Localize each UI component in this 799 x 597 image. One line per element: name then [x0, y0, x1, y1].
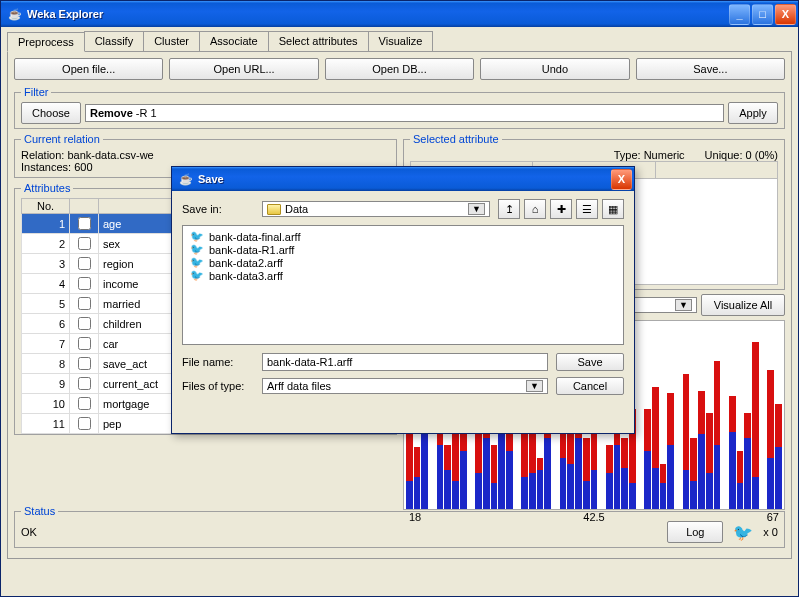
attr-checkbox[interactable] [78, 257, 91, 270]
list-icon: ☰ [582, 203, 592, 216]
action-button-row: Open file... Open URL... Open DB... Undo… [14, 58, 785, 80]
attr-checkbox-cell [70, 334, 99, 354]
histogram-bar [744, 413, 751, 509]
tab-preprocess[interactable]: Preprocess [7, 32, 85, 52]
dialog-save-button[interactable]: Save [556, 353, 624, 371]
attr-checkbox[interactable] [78, 237, 91, 250]
attr-checkbox[interactable] [78, 317, 91, 330]
histogram-bar [729, 396, 736, 509]
histogram-bar [475, 434, 482, 509]
save-dialog: ☕ Save X Save in: Data ▼ ↥ ⌂ ✚ ☰ ▦ [171, 166, 635, 434]
details-icon: ▦ [608, 203, 618, 216]
filter-apply-button[interactable]: Apply [728, 102, 778, 124]
maximize-button[interactable]: □ [752, 4, 773, 25]
histogram-bar [714, 361, 721, 509]
attr-checkbox-cell [70, 294, 99, 314]
tab-visualize[interactable]: Visualize [368, 31, 434, 51]
up-folder-icon: ↥ [505, 203, 514, 216]
open-db-button[interactable]: Open DB... [325, 58, 474, 80]
status-text: OK [21, 526, 657, 538]
histogram-bar [737, 451, 744, 509]
attr-checkbox-cell [70, 274, 99, 294]
file-item[interactable]: 🐦bank-data-final.arff [187, 230, 619, 243]
attr-type: Numeric [644, 149, 685, 161]
histogram-bar [690, 438, 697, 509]
file-item[interactable]: 🐦bank-data-R1.arff [187, 243, 619, 256]
filter-expression[interactable]: Remove -R 1 [85, 104, 724, 122]
attr-no: 3 [22, 254, 70, 274]
new-folder-button[interactable]: ✚ [550, 199, 572, 219]
histogram-bar [660, 464, 667, 509]
histogram-bar [414, 447, 421, 509]
home-icon: ⌂ [532, 203, 539, 215]
tab-associate[interactable]: Associate [199, 31, 269, 51]
details-view-button[interactable]: ▦ [602, 199, 624, 219]
tab-cluster[interactable]: Cluster [143, 31, 200, 51]
dialog-close-button[interactable]: X [611, 169, 632, 190]
dialog-cancel-button[interactable]: Cancel [556, 377, 624, 395]
attr-checkbox-cell [70, 314, 99, 334]
arff-file-icon: 🐦 [189, 256, 205, 269]
list-view-button[interactable]: ☰ [576, 199, 598, 219]
attr-no: 4 [22, 274, 70, 294]
folder-icon [267, 204, 281, 215]
dialog-title: Save [198, 173, 609, 185]
open-file-button[interactable]: Open file... [14, 58, 163, 80]
attr-checkbox-cell [70, 254, 99, 274]
minimize-button[interactable]: _ [729, 4, 750, 25]
file-item[interactable]: 🐦bank-data2.arff [187, 256, 619, 269]
attr-no: 2 [22, 234, 70, 254]
close-button[interactable]: X [775, 4, 796, 25]
tab-classify[interactable]: Classify [84, 31, 145, 51]
histogram-bar [683, 374, 690, 509]
visualize-all-button[interactable]: Visualize All [701, 294, 785, 316]
up-folder-button[interactable]: ↥ [498, 199, 520, 219]
new-folder-icon: ✚ [557, 203, 566, 216]
attr-checkbox[interactable] [78, 377, 91, 390]
arff-file-icon: 🐦 [189, 243, 205, 256]
attributes-legend: Attributes [21, 182, 73, 194]
attr-checkbox[interactable] [78, 417, 91, 430]
folder-combo[interactable]: Data ▼ [262, 201, 490, 217]
histogram-bar [698, 391, 705, 509]
histogram-bar [491, 445, 498, 509]
file-item[interactable]: 🐦bank-data3.arff [187, 269, 619, 282]
status-group: Status OK Log 🐦 x 0 [14, 505, 785, 548]
histogram-bar [767, 370, 774, 509]
weka-explorer-window: ☕ Weka Explorer _ □ X Preprocess Classif… [0, 0, 799, 597]
current-relation-legend: Current relation [21, 133, 103, 145]
attr-checkbox[interactable] [78, 397, 91, 410]
histogram-bar [667, 393, 674, 509]
attr-checkbox[interactable] [78, 217, 91, 230]
attr-no: 1 [22, 214, 70, 234]
attr-checkbox[interactable] [78, 357, 91, 370]
file-type-combo[interactable]: Arff data files ▼ [262, 378, 548, 394]
histogram-bar [644, 409, 651, 509]
arff-file-icon: 🐦 [189, 269, 205, 282]
histogram-bar [583, 438, 590, 509]
attr-checkbox[interactable] [78, 277, 91, 290]
filter-choose-button[interactable]: Choose [21, 102, 81, 124]
dialog-icon-bar: ↥ ⌂ ✚ ☰ ▦ [498, 199, 624, 219]
save-in-label: Save in: [182, 203, 254, 215]
file-item-label: bank-data-R1.arff [209, 244, 294, 256]
undo-button[interactable]: Undo [480, 58, 629, 80]
attr-checkbox[interactable] [78, 337, 91, 350]
open-url-button[interactable]: Open URL... [169, 58, 318, 80]
filter-group: Filter Choose Remove -R 1 Apply [14, 86, 785, 129]
file-name-input[interactable] [262, 353, 548, 371]
folder-value: Data [285, 203, 308, 215]
log-button[interactable]: Log [667, 521, 723, 543]
attr-checkbox[interactable] [78, 297, 91, 310]
filter-legend: Filter [21, 86, 51, 98]
tab-select-attributes[interactable]: Select attributes [268, 31, 369, 51]
main-titlebar: ☕ Weka Explorer _ □ X [1, 1, 798, 27]
attr-no: 7 [22, 334, 70, 354]
home-button[interactable]: ⌂ [524, 199, 546, 219]
file-list[interactable]: 🐦bank-data-final.arff🐦bank-data-R1.arff🐦… [182, 225, 624, 345]
histogram-bar [752, 342, 759, 509]
chevron-down-icon: ▼ [526, 380, 543, 392]
save-button[interactable]: Save... [636, 58, 785, 80]
attr-no: 5 [22, 294, 70, 314]
attr-no: 8 [22, 354, 70, 374]
